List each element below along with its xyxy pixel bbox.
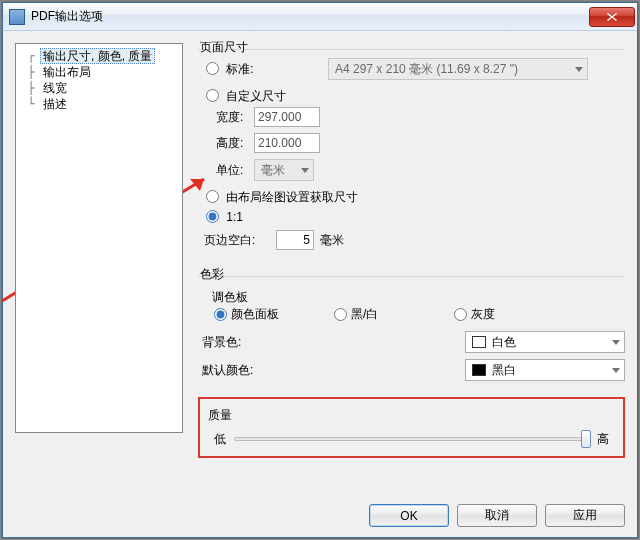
label-margin-unit: 毫米	[320, 232, 344, 249]
cancel-button[interactable]: 取消	[457, 504, 537, 527]
swatch-default	[472, 364, 486, 376]
tree-item[interactable]: ┌输出尺寸, 颜色, 质量	[18, 48, 180, 64]
tree-branch-icon: ├	[22, 80, 40, 96]
radio-palette-bw-label: 黑/白	[351, 306, 378, 323]
legend-page-size: 页面尺寸	[198, 39, 250, 56]
legend-color: 色彩	[198, 266, 226, 283]
radio-one-to-one-label: 1:1	[226, 210, 243, 224]
swatch-bg	[472, 336, 486, 348]
legend-quality: 质量	[208, 407, 615, 430]
apply-button[interactable]: 应用	[545, 504, 625, 527]
tree-item-label: 输出布局	[40, 65, 94, 79]
tree-branch-icon: ├	[22, 64, 40, 80]
group-page-size: 页面尺寸 标准: A4 297 x 210 毫米 (11.69 x 8.27 "…	[198, 39, 625, 256]
chevron-down-icon	[301, 168, 309, 173]
tree-item[interactable]: └描述	[18, 96, 180, 112]
group-quality: 质量 低 高	[198, 397, 625, 458]
button-bar: OK 取消 应用	[369, 504, 625, 527]
label-unit: 单位:	[198, 162, 254, 179]
combo-unit-value: 毫米	[261, 162, 285, 179]
combo-bg-color[interactable]: 白色	[465, 331, 625, 353]
ok-button[interactable]: OK	[369, 504, 449, 527]
chevron-down-icon	[612, 340, 620, 345]
radio-palette-panel-label: 颜色面板	[231, 306, 279, 323]
radio-palette-gray[interactable]	[454, 308, 467, 321]
tree-item[interactable]: ├线宽	[18, 80, 180, 96]
slider-quality[interactable]	[232, 430, 591, 448]
dialog-window: PDF输出选项 ┌输出尺寸, 颜色, 质量├输出布局├线宽└描述 页面尺寸	[2, 2, 638, 538]
nav-tree[interactable]: ┌输出尺寸, 颜色, 质量├输出布局├线宽└描述	[15, 43, 183, 433]
radio-custom[interactable]	[206, 89, 219, 102]
slider-track	[234, 437, 589, 441]
chevron-down-icon	[612, 368, 620, 373]
label-default-color: 默认颜色:	[198, 362, 278, 379]
combo-default-color[interactable]: 黑白	[465, 359, 625, 381]
close-button[interactable]	[589, 7, 635, 27]
window-title: PDF输出选项	[31, 8, 589, 25]
label-width: 宽度:	[198, 109, 254, 126]
tree-item-label: 输出尺寸, 颜色, 质量	[40, 48, 155, 64]
label-height: 高度:	[198, 135, 254, 152]
app-icon	[9, 9, 25, 25]
radio-palette-panel[interactable]	[214, 308, 227, 321]
combo-unit[interactable]: 毫米	[254, 159, 314, 181]
radio-palette-bw[interactable]	[334, 308, 347, 321]
radio-standard[interactable]	[206, 62, 219, 75]
tree-item-label: 描述	[40, 97, 70, 111]
close-icon	[607, 13, 617, 21]
slider-thumb[interactable]	[581, 430, 591, 448]
legend-palette: 调色板	[198, 289, 625, 306]
input-margin[interactable]	[276, 230, 314, 250]
tree-branch-icon: └	[22, 96, 40, 112]
radio-from-layout-label: 由布局绘图设置获取尺寸	[226, 190, 358, 204]
input-width[interactable]	[254, 107, 320, 127]
group-color: 色彩 调色板 颜色面板 黑/白 灰度 背景色: 白色	[198, 266, 625, 387]
radio-from-layout[interactable]	[206, 190, 219, 203]
tree-branch-icon: ┌	[22, 48, 40, 64]
label-quality-low: 低	[208, 431, 232, 448]
dialog-content: ┌输出尺寸, 颜色, 质量├输出布局├线宽└描述 页面尺寸 标准: A4 297…	[3, 31, 637, 537]
radio-standard-label: 标准:	[226, 62, 253, 76]
label-bg-color: 背景色:	[198, 334, 278, 351]
combo-default-color-value: 黑白	[492, 362, 516, 379]
input-height[interactable]	[254, 133, 320, 153]
label-quality-high: 高	[591, 431, 615, 448]
radio-custom-label: 自定义尺寸	[226, 89, 286, 103]
tree-item[interactable]: ├输出布局	[18, 64, 180, 80]
radio-one-to-one[interactable]	[206, 210, 219, 223]
combo-bg-color-value: 白色	[492, 334, 516, 351]
label-margin: 页边空白:	[204, 232, 276, 249]
tree-item-label: 线宽	[40, 81, 70, 95]
combo-paper-size-value: A4 297 x 210 毫米 (11.69 x 8.27 ")	[335, 61, 518, 78]
radio-palette-gray-label: 灰度	[471, 306, 495, 323]
settings-panel: 页面尺寸 标准: A4 297 x 210 毫米 (11.69 x 8.27 "…	[198, 39, 625, 493]
titlebar[interactable]: PDF输出选项	[3, 3, 637, 31]
chevron-down-icon	[575, 67, 583, 72]
combo-paper-size[interactable]: A4 297 x 210 毫米 (11.69 x 8.27 ")	[328, 58, 588, 80]
